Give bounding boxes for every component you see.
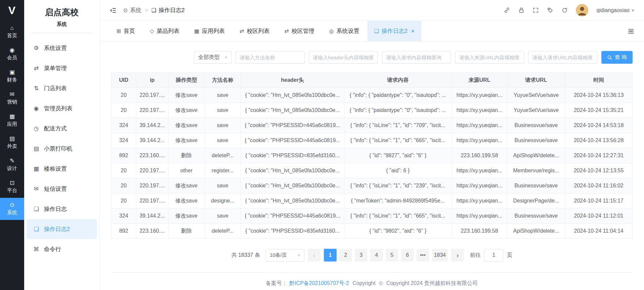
cell-header: { "cookie": "Hm_lvt_085e0fa100dbc0e... [241,103,344,118]
tab-close-icon[interactable]: × [411,28,414,34]
source-url-search-input[interactable] [455,51,524,64]
rail-item-icon: ✉ [10,92,14,97]
cell-request-content: { "id": "9802", "aid": "6" } [344,224,452,239]
sidebar-item-icon: ⇄ [33,65,40,72]
column-header: 请求内容 [344,73,452,88]
cell-request-content: { "info": { "paidantype": "0", "isautopd… [344,103,452,118]
cell-request-content: { "info": { "isLine": "1", "id": "665", … [344,133,452,148]
page-content: 全部类型 ▾ 查 询 [100,42,644,290]
rail-item[interactable]: ▤ 外卖 [0,131,24,154]
prev-page-button[interactable]: ‹ [308,249,320,262]
icp-link[interactable]: 黔ICP备2021005707号-2 [289,280,349,286]
page-number-button[interactable]: ••• [416,249,429,262]
cell-request-url: Businessvue/save [507,118,565,133]
goto-page-input[interactable] [484,249,503,262]
rail-item[interactable]: ◉ 会员 [0,43,24,65]
goto-suffix: 页 [507,252,512,259]
page-number-button[interactable]: 1 [324,249,337,262]
next-page-button[interactable]: › [451,249,464,262]
brand-name: 启点高校 [32,7,92,18]
cell-method-name: register... [205,163,241,178]
tab[interactable]: ⊞ 首页 [110,21,142,41]
user-menu[interactable]: qidiangaoxiao ▾ [596,7,634,13]
cell-source-url: 223.160.199.58 [452,148,507,163]
page-number-button[interactable]: 3 [355,249,367,262]
sidebar-item[interactable]: ▦ 楼栋设置 [24,159,99,179]
rail-item-label: 财务 [7,77,17,83]
type-select[interactable]: 全部类型 ▾ [194,51,232,64]
fullscreen-icon[interactable] [533,7,539,13]
request-content-search-input[interactable] [382,51,451,64]
cell-request-content: { "aid": 6 } [344,163,452,178]
cell-time: 2024-10-24 12:27:31 [565,148,633,163]
sidebar-item[interactable]: ◷ 配送方式 [24,118,99,138]
cell-request-url: YuyueSetVue/save [507,88,565,103]
type-select-value: 全部类型 [198,54,220,61]
lock-icon[interactable] [518,7,525,13]
refresh-icon[interactable] [561,7,568,13]
tab[interactable]: ❏ 操作日志2 × [367,21,422,41]
link-icon[interactable] [504,7,510,13]
tab-label: 应用列表 [202,27,225,35]
operation-log-table: UIDip操作类型方法名称header头请求内容来源URL请求URL时间 20 … [111,72,633,239]
sidebar-item[interactable]: ◉ 管理员列表 [24,98,99,118]
app-logo[interactable]: V [0,0,24,21]
sidebar-item-icon: ⚙ [33,45,40,52]
sidebar-item[interactable]: ⇄ 菜单管理 [24,58,99,78]
avatar[interactable] [576,4,588,16]
main-area: ⊙ 系统 > ❏ 操作日志2 [100,0,644,290]
tab[interactable]: ◎ 系统设置 [323,21,366,41]
column-header: 时间 [565,73,633,88]
tab[interactable]: ⇄ 校区列表 [233,21,276,41]
fold-sidebar-icon[interactable] [110,7,116,14]
sidebar-item[interactable]: ⌘ 命令行 [24,239,99,259]
cell-header: { "cookie": "PHPSESSID=835efd3160... [241,148,344,163]
topbar-right: qidiangaoxiao ▾ [504,4,634,16]
sidebar-item-icon: ❏ [33,226,40,233]
request-url-search-input[interactable] [528,51,597,64]
cell-method-name: deleteP... [205,224,241,239]
tab[interactable]: ▦ 应用列表 [188,21,232,41]
page-number-button[interactable]: 2 [339,249,352,262]
search-button[interactable]: 查 询 [601,51,633,64]
rail-item[interactable]: ▦ 应用 [0,109,24,131]
sidebar-item[interactable]: ❏ 操作日志2 [27,219,97,239]
rail-item[interactable]: ⊙ 系统 [0,198,24,220]
rail-item[interactable]: ✉ 营销 [0,87,24,109]
page-number-button[interactable]: 6 [401,249,414,262]
rail-item-icon: ◉ [10,47,15,53]
tab[interactable]: ⇄ 校区管理 [278,21,321,41]
tab[interactable]: ◇ 菜品列表 [143,21,186,41]
cell-time: 2024-10-24 11:12:01 [565,209,633,224]
sidebar-item[interactable]: ▤ 小票打印机 [24,138,99,159]
page-number-button[interactable]: 4 [370,249,383,262]
sidebar-item[interactable]: ❏ 操作日志 [24,199,99,219]
sidebar-item[interactable]: ⚙ 系统设置 [24,38,99,58]
cell-request-url: DesignerPage/de... [507,193,565,209]
breadcrumb-separator: > [145,7,148,14]
page-size-select[interactable]: 10条/页 ▾ [265,249,304,262]
cell-source-url: https://xy.yueqian... [452,209,507,224]
page-number-button[interactable]: 1834 [432,249,448,262]
chevron-down-icon: ▾ [298,253,300,257]
grid-view-icon[interactable]: ⊞ [628,27,634,35]
breadcrumb-section[interactable]: ⊙ 系统 [123,6,141,14]
cell-operation-type: other [168,163,205,178]
rail-item[interactable]: ⌂ 首页 [0,21,24,43]
tab-label: 操作日志2 [382,27,407,35]
method-name-input[interactable] [236,51,305,64]
rail-item[interactable]: ✎ 设计 [0,154,24,176]
cell-time: 2024-10-24 12:13:55 [565,163,633,178]
page-number-button[interactable]: 5 [386,249,398,262]
sidebar-item-label: 楼栋设置 [44,165,67,173]
rail-item[interactable]: ⊡ 平台 [0,176,24,198]
cell-ip: 220.197.... [136,88,168,103]
tag-icon[interactable] [547,7,553,13]
sidebar-item[interactable]: ✉ 短信设置 [24,179,99,199]
header-search-input[interactable] [309,51,378,64]
rail-item[interactable]: ▣ 财务 [0,65,24,87]
cell-source-url: https://xy.yueqian... [452,118,507,133]
cell-uid: 324 [111,133,136,148]
cell-ip: 39.144.2... [136,118,168,133]
sidebar-item[interactable]: ⇅ 门店列表 [24,78,99,98]
